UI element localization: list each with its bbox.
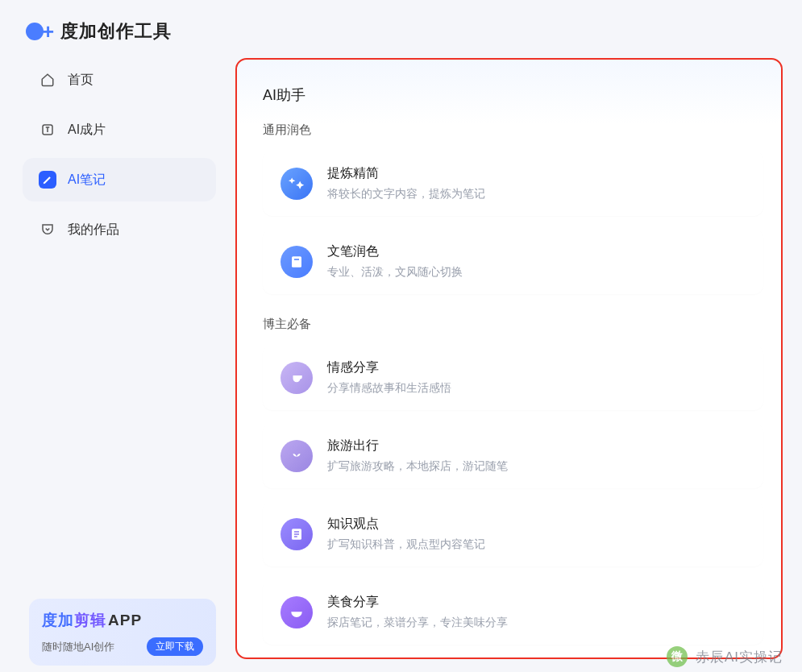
card-desc: 扩写旅游攻略，本地探店，游记随笔 [327, 459, 508, 474]
app-logo: + 度加创作工具 [26, 19, 172, 44]
card-desc: 专业、活泼，文风随心切换 [327, 265, 463, 280]
sidebar: 首页 AI成片 AI笔记 我的作品 [23, 58, 216, 659]
promo-title-2: 剪辑 [74, 612, 106, 628]
card-title: 文笔润色 [327, 243, 463, 260]
sparkle-icon [280, 168, 313, 200]
sidebar-item-ai-notes[interactable]: AI笔记 [23, 158, 216, 201]
tool-card-knowledge[interactable]: 知识观点 扩写知识科普，观点型内容笔记 [263, 501, 763, 566]
sidebar-item-label: AI成片 [68, 122, 106, 139]
wechat-icon: 微 [667, 646, 688, 667]
pencil-icon [39, 171, 56, 189]
cup-icon [280, 362, 313, 394]
sidebar-item-my-works[interactable]: 我的作品 [23, 208, 216, 251]
section-label-blogger: 博主必备 [263, 317, 763, 332]
document-icon [280, 246, 313, 278]
promo-subtitle: 随时随地AI创作 [42, 640, 114, 654]
promo-title-app: APP [108, 612, 142, 628]
card-title: 美食分享 [327, 594, 508, 611]
tool-card-refine[interactable]: 提炼精简 将较长的文字内容，提炼为笔记 [263, 151, 763, 216]
logo-dot-icon [26, 23, 44, 40]
card-desc: 分享情感故事和生活感悟 [327, 381, 451, 396]
tool-card-travel[interactable]: 旅游出行 扩写旅游攻略，本地探店，游记随笔 [263, 423, 763, 488]
promo-title-1: 度加 [42, 612, 74, 628]
card-desc: 扩写知识科普，观点型内容笔记 [327, 537, 485, 552]
panel-title: AI助手 [263, 85, 763, 105]
card-title: 旅游出行 [327, 438, 508, 454]
sidebar-item-label: AI笔记 [68, 172, 106, 189]
watermark-text: 赤辰AI实操记 [696, 648, 783, 666]
watermark: 微 赤辰AI实操记 [667, 646, 783, 667]
promo-title: 度加剪辑APP [42, 610, 203, 631]
text-icon [39, 121, 56, 139]
section-label-general: 通用润色 [263, 122, 763, 138]
promo-card[interactable]: 度加剪辑APP 随时随地AI创作 立即下载 [29, 599, 216, 666]
palm-icon [280, 440, 313, 472]
card-desc: 将较长的文字内容，提炼为笔记 [327, 187, 485, 201]
app-header: + 度加创作工具 [0, 0, 802, 58]
app-name: 度加创作工具 [60, 19, 172, 44]
sidebar-item-label: 首页 [68, 72, 93, 89]
tool-card-polish[interactable]: 文笔润色 专业、活泼，文风随心切换 [263, 229, 763, 294]
bowl-icon [280, 596, 313, 628]
tool-card-food[interactable]: 美食分享 探店笔记，菜谱分享，专注美味分享 [263, 579, 763, 645]
download-button[interactable]: 立即下载 [147, 637, 203, 656]
card-title: 情感分享 [327, 359, 451, 376]
sidebar-item-home[interactable]: 首页 [23, 58, 216, 102]
note-icon [280, 518, 313, 550]
card-title: 提炼精简 [327, 165, 485, 182]
sidebar-item-label: 我的作品 [68, 222, 119, 239]
home-icon [39, 71, 56, 89]
main-panel: AI助手 通用润色 提炼精简 将较长的文字内容，提炼为笔记 文笔润色 专业、活泼… [235, 58, 783, 659]
card-title: 知识观点 [327, 516, 485, 533]
svg-rect-1 [292, 256, 301, 268]
sidebar-item-ai-video[interactable]: AI成片 [23, 108, 216, 151]
card-desc: 探店笔记，菜谱分享，专注美味分享 [327, 616, 508, 630]
logo-plus-icon: + [42, 21, 54, 42]
pocket-icon [39, 221, 56, 239]
svg-rect-2 [294, 259, 299, 260]
tool-card-emotion[interactable]: 情感分享 分享情感故事和生活感悟 [263, 345, 763, 410]
